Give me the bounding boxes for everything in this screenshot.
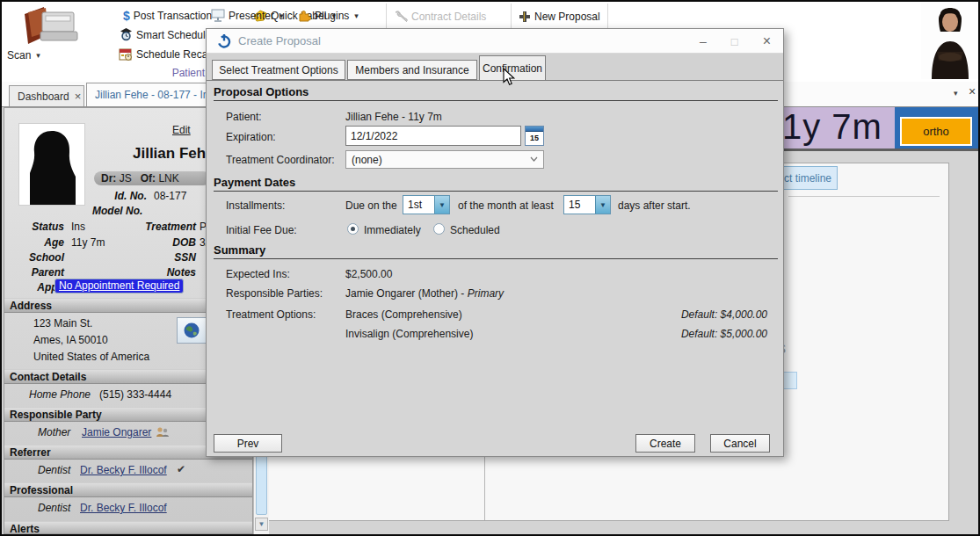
tab-dashboard-label: Dashboard xyxy=(18,91,69,103)
post-transaction-button[interactable]: Post Transaction xyxy=(123,8,212,23)
expected-ins-value: $2,500.00 xyxy=(345,268,392,280)
power-icon xyxy=(217,33,231,48)
responsible-parties-value: Jamie Ongarer (Mother) - Primary xyxy=(345,287,504,300)
radio-immediately[interactable] xyxy=(347,223,359,235)
calendar-icon[interactable]: 15 xyxy=(525,126,544,146)
responsible-party-link[interactable]: Jamie Ongarer xyxy=(82,426,151,438)
smart-scheduler-icon xyxy=(120,28,133,41)
schedule-recall-icon xyxy=(119,47,133,61)
due-prefix-text: Due on the xyxy=(345,199,397,212)
maximize-icon[interactable] xyxy=(731,35,738,48)
combo-arrow-icon[interactable] xyxy=(434,196,449,214)
responsible-parties-label: Responsible Parties: xyxy=(226,287,323,300)
home-phone-value: (515) 333-4444 xyxy=(99,388,171,401)
coordinator-value: (none) xyxy=(352,154,382,166)
ortho-button[interactable]: ortho xyxy=(900,117,972,146)
plugins-button[interactable]: Plugins xyxy=(298,8,359,23)
scan-button[interactable]: Scan xyxy=(7,47,40,62)
dialog-titlebar[interactable]: Create Proposal xyxy=(207,29,783,54)
scan-icon xyxy=(21,5,79,46)
scan-label: Scan xyxy=(7,49,31,62)
appointment-status-link[interactable]: No Appointment Required xyxy=(54,279,184,293)
new-proposal-button[interactable]: New Proposal xyxy=(519,9,600,24)
create-button[interactable]: Create xyxy=(635,434,695,453)
referrer-dentist-label: Dentist xyxy=(38,464,70,476)
close-icon[interactable] xyxy=(75,90,82,103)
scrollbar-down-button[interactable]: ▼ xyxy=(255,518,268,531)
radio-scheduled[interactable] xyxy=(433,223,445,235)
office-label: Of: xyxy=(141,172,156,185)
status-value: Ins xyxy=(71,221,85,233)
contract-details-label: Contract Details xyxy=(411,11,486,23)
treatment-option-name: Invisalign (Comprehensive) xyxy=(345,328,473,340)
dob-label: DOB xyxy=(126,236,196,249)
smart-scheduler-button[interactable]: Smart Scheduler xyxy=(120,27,214,42)
combo-arrow-icon[interactable] xyxy=(595,196,610,214)
office-value: LNK xyxy=(158,172,178,185)
notes-label: Notes xyxy=(126,266,196,279)
patient-photo[interactable] xyxy=(18,123,85,206)
mouse-cursor xyxy=(503,68,517,86)
presenter-label: Presenter xyxy=(229,10,274,22)
radio-scheduled-label: Scheduled xyxy=(450,224,500,236)
installments-label: Installments: xyxy=(226,199,285,212)
treatment-options-label: Treatment Options: xyxy=(226,308,316,321)
mother-label: Mother xyxy=(38,426,70,438)
heading-payment-dates: Payment Dates xyxy=(214,176,295,189)
schedule-recall-button[interactable]: Schedule Recall xyxy=(119,47,213,62)
chevron-down-icon xyxy=(530,156,538,162)
initial-fee-label: Initial Fee Due: xyxy=(226,224,297,236)
days-after-combobox[interactable]: 15 xyxy=(563,195,611,214)
dialog-tabstrip: Select Treatment Options Members and Ins… xyxy=(207,54,783,80)
address-line-3: United States of America xyxy=(33,351,149,363)
cancel-button[interactable]: Cancel xyxy=(710,434,770,453)
check-icon xyxy=(177,463,185,475)
plugins-icon xyxy=(298,9,311,22)
referrer-link[interactable]: Dr. Becky F. Illocof xyxy=(80,464,167,476)
professional-dentist-label: Dentist xyxy=(38,502,70,514)
dr-value: JS xyxy=(120,172,132,185)
wrench-icon xyxy=(394,11,408,23)
minimize-icon[interactable] xyxy=(700,34,707,48)
heading-summary: Summary xyxy=(214,243,265,257)
due-day-combobox[interactable]: 1st xyxy=(403,195,450,214)
prev-button[interactable]: Prev xyxy=(214,434,282,453)
model-label: Model No. xyxy=(92,205,142,217)
heading-rule xyxy=(214,258,778,259)
close-icon[interactable] xyxy=(763,33,771,49)
close-icon[interactable]: × xyxy=(969,84,976,98)
ssn-label: SSN xyxy=(126,251,196,264)
plus-icon xyxy=(519,11,531,23)
professional-link[interactable]: Dr. Becky F. Illocof xyxy=(80,502,167,514)
contract-details-button[interactable]: Contract Details xyxy=(394,9,486,24)
days-after-value: 15 xyxy=(564,196,595,214)
presenter-button[interactable]: Presenter xyxy=(211,8,284,23)
scrollbar-thumb[interactable] xyxy=(256,452,267,515)
treatment-option-name: Braces (Comprehensive) xyxy=(345,308,462,321)
responsible-party-tag: Primary xyxy=(468,287,504,300)
edit-link[interactable]: Edit xyxy=(172,124,191,136)
new-proposal-label: New Proposal xyxy=(534,11,600,23)
tab-members-and-insurance[interactable]: Members and Insurance xyxy=(347,60,477,80)
tab-select-treatment-options[interactable]: Select Treatment Options xyxy=(212,60,345,80)
responsible-party-name: Jamie Ongarer (Mother) - xyxy=(345,287,464,300)
age-value: 11y 7m xyxy=(71,236,105,249)
tab-patient[interactable]: Jillian Fehe - 08-177 - Ins xyxy=(86,83,218,106)
tab-dashboard[interactable]: Dashboard xyxy=(9,85,84,106)
tabstrip-border xyxy=(207,80,783,81)
id-value: 08-177 xyxy=(154,190,186,202)
school-label: School xyxy=(4,251,64,264)
treatment-option-default: Default: $4,000.00 xyxy=(681,308,767,321)
chevron-down-icon[interactable]: ▾ xyxy=(954,89,958,98)
address-line-1: 123 Main St. xyxy=(33,317,92,330)
map-button[interactable] xyxy=(177,317,207,344)
dr-label: Dr: xyxy=(101,172,116,185)
expiration-input[interactable] xyxy=(345,126,521,146)
plugins-label: Plugins xyxy=(315,10,349,22)
address-line-2: Ames, IA 50010 xyxy=(33,334,108,346)
presenter-icon xyxy=(211,9,225,22)
smart-scheduler-label: Smart Scheduler xyxy=(136,29,214,41)
coordinator-select[interactable]: (none) xyxy=(345,150,544,169)
section-professional: Professional xyxy=(4,482,253,497)
due-day-value: 1st xyxy=(403,196,434,214)
